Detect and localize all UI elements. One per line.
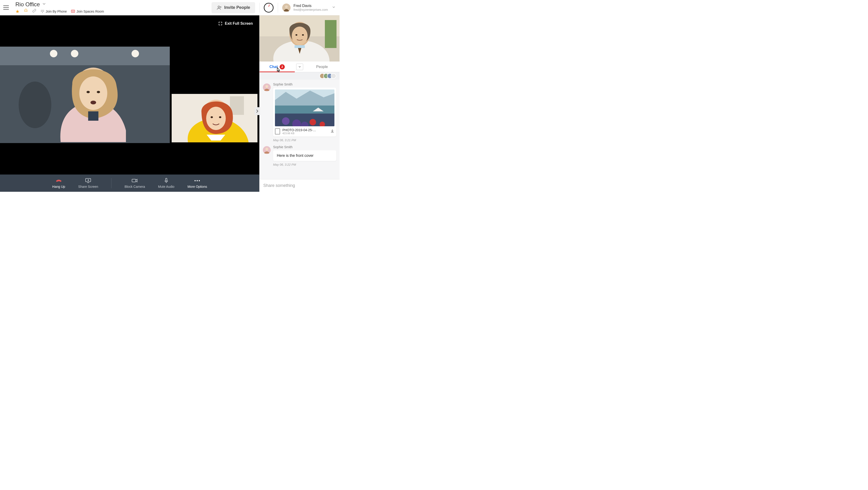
svg-point-9	[218, 6, 220, 7]
user-menu[interactable]: Fred Davis fred@xyzenterprises.com	[282, 3, 338, 12]
message-sender: Sophie Smith	[273, 83, 336, 86]
tab-people-label: People	[316, 65, 328, 69]
image-file-icon	[275, 128, 280, 134]
participant-avatars-row	[259, 72, 340, 80]
svg-point-5	[43, 11, 44, 11]
join-spaces-room-button[interactable]: Join Spaces Room	[71, 9, 104, 13]
call-controls: Hang Up Share Screen Block Camera Mute A	[0, 174, 259, 192]
mini-avatar[interactable]	[331, 73, 336, 79]
chevron-down-icon[interactable]	[332, 6, 335, 10]
exit-fullscreen-button[interactable]: Exit Full Screen	[215, 19, 256, 28]
chat-unread-badge: 2	[280, 64, 285, 69]
mic-icon	[164, 178, 168, 184]
chat-message: Sophie Smith Here is the front cover	[263, 145, 336, 161]
svg-point-22	[91, 101, 96, 104]
tab-chat-label: Chat	[269, 65, 278, 69]
more-options-button[interactable]: More Options	[187, 178, 207, 189]
side-panel: Chat 2 People	[259, 15, 340, 192]
invite-people-button[interactable]: Invite People	[212, 2, 255, 13]
join-by-phone-button[interactable]: Join By Phone	[40, 9, 67, 13]
menu-icon[interactable]	[2, 3, 10, 12]
svg-point-19	[79, 76, 107, 110]
dialpad-icon	[40, 9, 44, 13]
block-camera-label: Block Camera	[125, 185, 145, 189]
tab-dropdown-button[interactable]	[296, 64, 303, 70]
avatar	[263, 84, 271, 91]
attachment-card[interactable]: PHOTO-2019-04-25-… 423.66 KB	[273, 88, 336, 136]
svg-point-21	[97, 91, 100, 93]
link-icon[interactable]	[32, 9, 36, 14]
room-title-area: Rio Office ★ Join By Phone Join Spaces R…	[16, 1, 104, 14]
svg-rect-32	[165, 178, 167, 181]
person-plus-icon	[217, 5, 222, 10]
hang-up-label: Hang Up	[52, 185, 65, 189]
svg-point-1	[42, 10, 43, 10]
svg-point-14	[50, 50, 57, 57]
divider	[278, 3, 278, 12]
message-timestamp: May 06, 3:21 PM	[273, 138, 336, 142]
user-name: Fred Davis	[293, 3, 328, 8]
svg-point-16	[131, 50, 139, 57]
chevron-down-icon	[298, 65, 301, 68]
svg-point-50	[282, 118, 289, 125]
svg-point-15	[71, 50, 79, 57]
svg-point-28	[211, 116, 213, 118]
phone-down-icon	[56, 178, 62, 184]
svg-point-27	[206, 107, 226, 130]
camera-icon	[131, 178, 138, 184]
app-header: Rio Office ★ Join By Phone Join Spaces R…	[0, 0, 340, 15]
svg-point-37	[292, 27, 308, 45]
exit-fullscreen-label: Exit Full Screen	[225, 22, 253, 26]
svg-point-0	[41, 10, 41, 10]
chevron-down-icon[interactable]	[42, 2, 46, 7]
svg-point-3	[41, 11, 41, 11]
clock-icon[interactable]	[264, 3, 274, 12]
compose-input[interactable]	[263, 183, 336, 188]
share-screen-button[interactable]: Share Screen	[78, 178, 98, 189]
tab-chat[interactable]: Chat 2	[259, 62, 295, 72]
room-title[interactable]: Rio Office	[16, 1, 40, 8]
svg-rect-40	[294, 45, 305, 48]
bell-icon[interactable]	[24, 9, 28, 14]
message-text: Here is the front cover	[273, 150, 336, 161]
mute-audio-button[interactable]: Mute Audio	[158, 178, 175, 189]
star-icon[interactable]: ★	[16, 9, 20, 14]
svg-rect-13	[0, 46, 170, 65]
chat-messages[interactable]: Sophie Smith	[259, 80, 340, 179]
block-camera-button[interactable]: Block Camera	[125, 178, 145, 189]
svg-point-44	[331, 74, 336, 78]
attachment-filename: PHOTO-2019-04-25-…	[282, 128, 316, 132]
next-participant-button[interactable]	[255, 107, 260, 115]
participant-video-pip[interactable]	[172, 94, 257, 142]
divider	[111, 178, 112, 188]
hang-up-button[interactable]: Hang Up	[52, 178, 65, 189]
svg-point-6	[42, 12, 43, 12]
join-spaces-label: Join Spaces Room	[76, 9, 104, 13]
attachment-thumbnail	[275, 90, 334, 126]
screen-share-icon	[85, 178, 91, 184]
chat-message: Sophie Smith	[263, 83, 336, 136]
svg-point-56	[266, 148, 268, 151]
download-icon[interactable]	[330, 129, 334, 134]
svg-point-2	[43, 10, 44, 10]
avatar	[282, 3, 290, 12]
invite-label: Invite People	[224, 5, 250, 10]
message-sender: Sophie Smith	[273, 145, 336, 149]
tab-people[interactable]: People	[305, 62, 340, 72]
message-timestamp: May 06, 3:22 PM	[273, 163, 336, 166]
svg-point-46	[266, 85, 268, 88]
self-video[interactable]	[259, 15, 340, 62]
chevron-right-icon	[256, 109, 258, 113]
main-area: Exit Full Screen	[0, 15, 340, 192]
participant-video-main[interactable]	[0, 46, 170, 143]
compose-area	[259, 179, 340, 192]
svg-point-8	[72, 11, 73, 12]
svg-point-4	[42, 11, 43, 11]
svg-point-39	[302, 34, 304, 36]
video-stage: Exit Full Screen	[0, 15, 259, 192]
avatar	[263, 146, 271, 154]
svg-point-20	[87, 91, 90, 93]
svg-rect-31	[132, 179, 136, 182]
svg-point-38	[296, 34, 297, 36]
spaces-room-icon	[71, 9, 75, 13]
